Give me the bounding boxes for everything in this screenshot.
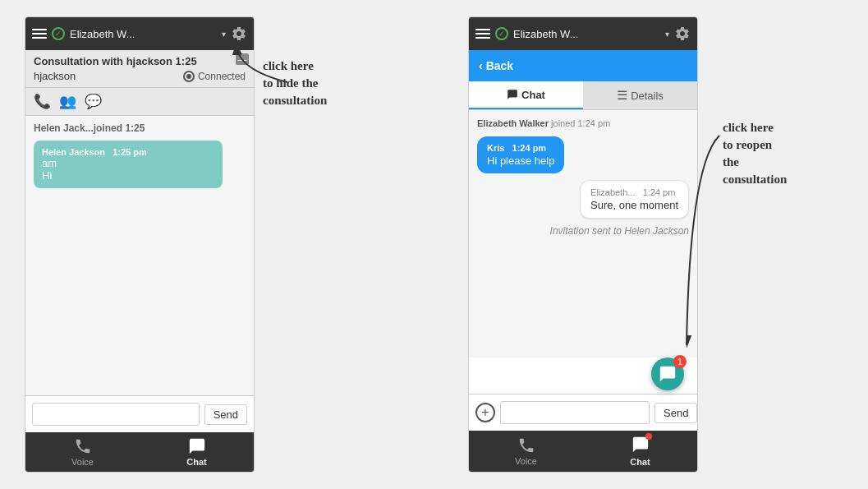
status-text: Connected	[198, 71, 246, 82]
hamburger-menu-left[interactable]	[32, 29, 47, 39]
annotation-right: click hereto reopentheconsultation	[723, 119, 787, 188]
gear-icon-right[interactable]	[674, 25, 691, 42]
left-header-bar: Elizabeth W... ▾	[25, 17, 254, 50]
nav-voice-label-left: Voice	[71, 457, 94, 467]
chat-bubble-left: Helen Jackson 1:25 pm am Hi	[34, 141, 223, 188]
system-msg-joined: Elizabeth Walker joined 1:24 pm	[477, 117, 689, 130]
bubble-eliz-text: Sure, one moment	[590, 199, 678, 211]
fab-area: 1	[646, 358, 689, 394]
connected-status: Connected	[183, 71, 246, 82]
bubble-time-left: 1:25 pm	[113, 147, 147, 157]
tab-details[interactable]: ☰ Details	[583, 81, 697, 109]
bubble-eliz-sender: Elizabeth...	[590, 187, 635, 197]
tab-details-label: Details	[631, 90, 664, 102]
action-icons-bar: 📞 👥 💬	[25, 88, 254, 116]
left-panel: Elizabeth W... ▾ Consultation with hjack…	[25, 16, 255, 473]
left-chat-input[interactable]	[32, 403, 200, 426]
plus-button[interactable]: +	[475, 403, 495, 422]
right-send-button[interactable]: Send	[654, 403, 697, 423]
back-arrow-icon: ‹	[479, 59, 483, 72]
bubble-kris-sender: Kris	[487, 143, 504, 153]
bubble-sender-left: Helen Jackson	[42, 147, 105, 157]
bubble-line1-left: am	[42, 157, 214, 169]
bubble-kris: Kris 1:24 pm Hi please help	[477, 136, 564, 173]
add-user-icon[interactable]: 👥	[59, 93, 76, 110]
right-header-bar: Elizabeth W... ▾	[469, 17, 697, 50]
annotation-left: click hereto hide theconsultation	[263, 58, 327, 109]
bubble-kris-text: Hi please help	[487, 155, 554, 167]
chat-icon-left	[188, 437, 206, 455]
left-send-button[interactable]: Send	[204, 404, 247, 425]
consultation-header: Consultation with hjackson 1:25 — hjacks…	[25, 50, 254, 88]
hamburger-menu-right[interactable]	[475, 29, 490, 39]
agent-name-left: Elizabeth W...	[70, 28, 217, 40]
invitation-message: Invitation sent to Helen Jackson	[477, 225, 689, 237]
right-chat-input[interactable]	[500, 401, 650, 424]
tabs-bar: Chat ☰ Details	[469, 81, 697, 110]
transfer-icon[interactable]: 📞	[34, 93, 51, 110]
left-input-area: Send	[25, 395, 254, 432]
chevron-down-icon-right[interactable]: ▾	[665, 30, 669, 39]
gear-icon-left[interactable]	[231, 25, 247, 42]
tab-chat[interactable]: Chat	[469, 81, 583, 109]
bubble-eliz-time: 1:24 pm	[643, 187, 676, 197]
nav-chat-left[interactable]: Chat	[140, 432, 254, 472]
bubble-line2-left: Hi	[42, 169, 214, 182]
left-chat-area: Helen Jack...joined 1:25 Helen Jackson 1…	[25, 116, 254, 395]
back-bar[interactable]: ‹ Back	[469, 50, 697, 81]
nav-voice-right[interactable]: Voice	[469, 431, 583, 472]
chat-nav-badge	[645, 433, 652, 440]
phone-icon-left	[74, 437, 92, 455]
right-panel: Elizabeth W... ▾ ‹ Back Chat ☰ Details	[468, 16, 698, 473]
back-label: Back	[486, 59, 513, 72]
right-input-area: + Send	[469, 394, 697, 431]
chat-action-icon[interactable]: 💬	[85, 93, 102, 110]
status-indicator-left	[52, 27, 65, 40]
right-chat-area: Elizabeth Walker joined 1:24 pm Kris 1:2…	[469, 110, 697, 358]
phone-icon-right	[517, 436, 535, 454]
nav-voice-label-right: Voice	[515, 456, 537, 466]
system-message-left: Helen Jack...joined 1:25	[34, 122, 246, 134]
left-bottom-nav: Voice Chat	[25, 432, 254, 472]
chat-tab-icon	[507, 89, 518, 100]
nav-chat-label-left: Chat	[186, 457, 206, 467]
consultant-name: hjackson	[34, 70, 76, 82]
right-bottom-nav: Voice Chat	[469, 431, 697, 472]
chevron-down-icon-left[interactable]: ▾	[222, 30, 226, 39]
consultation-title: Consultation with hjackson 1:25	[34, 55, 246, 67]
fab-chat-icon	[659, 365, 677, 383]
bubble-kris-time: 1:24 pm	[512, 143, 547, 153]
minimize-button[interactable]: —	[236, 53, 249, 65]
tab-chat-label: Chat	[521, 89, 545, 101]
agent-name-right: Elizabeth W...	[513, 28, 660, 40]
details-icon: ☰	[617, 88, 627, 103]
nav-voice-left[interactable]: Voice	[25, 432, 140, 472]
fab-badge: 1	[673, 355, 687, 368]
status-indicator-right	[495, 27, 508, 40]
nav-chat-right[interactable]: Chat	[583, 431, 697, 472]
bubble-elizabeth: Elizabeth... 1:24 pm Sure, one moment	[580, 180, 689, 219]
nav-chat-label-right: Chat	[630, 457, 650, 467]
fab-button[interactable]: 1	[651, 358, 684, 390]
